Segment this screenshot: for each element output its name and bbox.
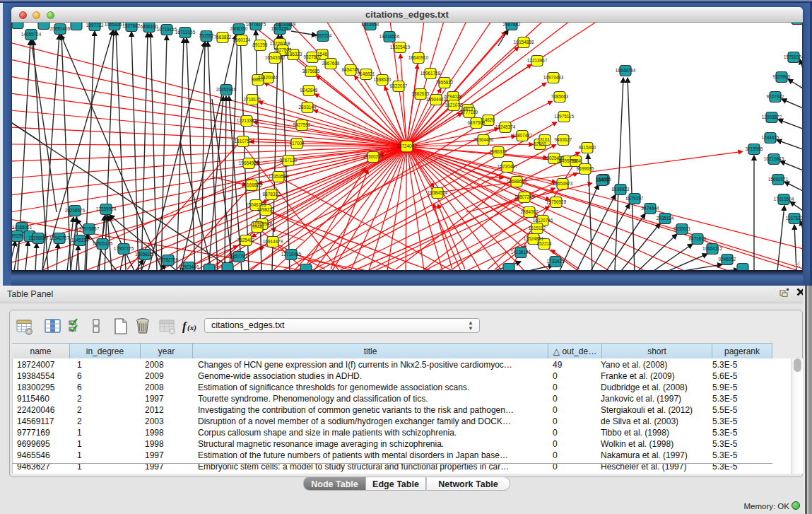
svg-text:7485063: 7485063 [551,94,569,99]
svg-text:1145194: 1145194 [71,238,89,243]
svg-text:10653267: 10653267 [105,23,125,27]
svg-text:10719155: 10719155 [157,27,177,32]
svg-text:19384554: 19384554 [428,190,448,195]
svg-text:7632621: 7632621 [673,226,691,231]
svg-text:15046795: 15046795 [246,202,266,207]
svg-text:8960124: 8960124 [233,37,251,42]
svg-text:9777169: 9777169 [461,110,478,115]
svg-text:62160: 62160 [534,141,546,146]
svg-text:12093872: 12093872 [762,115,782,119]
svg-text:1527602: 1527602 [123,23,141,28]
svg-text:1498222: 1498222 [257,207,275,212]
svg-text:9146821: 9146821 [358,71,375,76]
svg-text:9857791: 9857791 [230,254,248,259]
svg-text:20691406: 20691406 [50,26,71,31]
svg-text:17957275: 17957275 [114,246,134,251]
svg-text:17185061: 17185061 [12,225,33,230]
svg-text:7357224: 7357224 [314,33,332,38]
svg-text:2986372: 2986372 [490,149,507,154]
svg-text:13226058: 13226058 [270,41,290,46]
svg-text:13325419: 13325419 [390,45,411,49]
svg-text:19218506: 19218506 [379,34,400,39]
svg-text:14136141: 14136141 [511,250,531,255]
svg-text:(x): (x) [187,323,196,332]
svg-text:12213383: 12213383 [237,118,257,123]
svg-text:16914479: 16914479 [263,239,283,244]
svg-text:17010504: 17010504 [774,197,794,201]
svg-text:10807487: 10807487 [512,133,533,138]
svg-text:1807159: 1807159 [271,26,289,31]
svg-text:9329965: 9329965 [773,74,791,79]
svg-text:2406160: 2406160 [230,26,248,31]
svg-text:9245052: 9245052 [719,257,736,262]
svg-text:12923446: 12923446 [179,264,199,269]
svg-text:6322017: 6322017 [390,83,408,88]
svg-text:25300275: 25300275 [363,154,384,159]
svg-text:98901: 98901 [252,77,264,82]
svg-text:2884067: 2884067 [521,209,539,214]
svg-text:252214: 252214 [536,241,552,246]
svg-text:3161: 3161 [540,137,551,142]
svg-text:2718176: 2718176 [244,97,261,102]
svg-text:7955812: 7955812 [436,80,454,85]
svg-text:15720407: 15720407 [498,164,518,169]
svg-text:1097733: 1097733 [86,23,104,28]
svg-text:17359924: 17359924 [96,206,117,211]
svg-text:30975857: 30975857 [79,226,100,231]
svg-text:15751074: 15751074 [784,54,802,59]
svg-text:8186323: 8186323 [285,52,302,57]
svg-text:20053346: 20053346 [216,87,237,92]
svg-text:18807249: 18807249 [514,194,535,199]
svg-text:16154838: 16154838 [514,40,534,45]
svg-text:3215958: 3215958 [746,146,763,151]
svg-text:19756928: 19756928 [546,199,567,204]
svg-text:8427552: 8427552 [293,122,311,127]
svg-text:7663822: 7663822 [214,35,232,40]
svg-text:1588520: 1588520 [374,77,392,82]
svg-text:2803144: 2803144 [299,105,317,110]
svg-text:16210643: 16210643 [764,156,784,161]
svg-text:12213967: 12213967 [527,58,548,63]
svg-text:16782759: 16782759 [158,257,179,262]
svg-text:13524851: 13524851 [524,236,544,241]
svg-text:12505135: 12505135 [93,241,113,246]
svg-text:2935114: 2935114 [657,216,674,221]
svg-text:1546: 1546 [317,52,328,57]
svg-text:18245374: 18245374 [495,124,516,129]
svg-text:10973493: 10973493 [543,75,564,80]
svg-text:1167533: 1167533 [786,216,802,221]
svg-text:13710485: 13710485 [281,252,302,257]
svg-text:417004: 417004 [289,141,305,146]
svg-text:751552: 751552 [199,33,214,38]
svg-text:16409: 16409 [596,177,608,182]
svg-text:891295: 891295 [252,42,268,47]
svg-text:18724007: 18724007 [396,144,417,148]
svg-text:1621072: 1621072 [445,103,463,107]
svg-text:8878312: 8878312 [263,192,281,197]
svg-text:12342757: 12342757 [49,235,70,240]
svg-text:19654923: 19654923 [553,181,573,186]
svg-text:7625402: 7625402 [237,238,255,243]
svg-text:16033809: 16033809 [276,23,296,27]
svg-text:2867608: 2867608 [322,61,340,66]
svg-text:39159: 39159 [12,233,23,238]
svg-text:16713155: 16713155 [175,30,196,35]
svg-text:19166825: 19166825 [242,182,262,187]
svg-text:16120746: 16120746 [533,218,553,223]
svg-text:13975115: 13975115 [554,114,574,119]
svg-text:3875685: 3875685 [302,69,320,74]
svg-text:11156829: 11156829 [28,235,48,240]
svg-text:2987682: 2987682 [503,23,521,27]
svg-text:8938923: 8938923 [612,187,630,192]
svg-text:6497508: 6497508 [468,120,486,125]
svg-text:1733426: 1733426 [547,259,565,264]
svg-text:16648784: 16648784 [616,68,636,73]
svg-text:6379197: 6379197 [626,196,644,201]
svg-text:20206576: 20206576 [65,208,86,213]
svg-text:20364436: 20364436 [473,137,494,142]
svg-text:19654935: 19654935 [239,160,259,165]
svg-text:9463627: 9463627 [555,137,572,142]
svg-text:6466160: 6466160 [141,24,158,29]
svg-text:9227342: 9227342 [767,94,784,99]
svg-text:1362615: 1362615 [412,91,430,96]
